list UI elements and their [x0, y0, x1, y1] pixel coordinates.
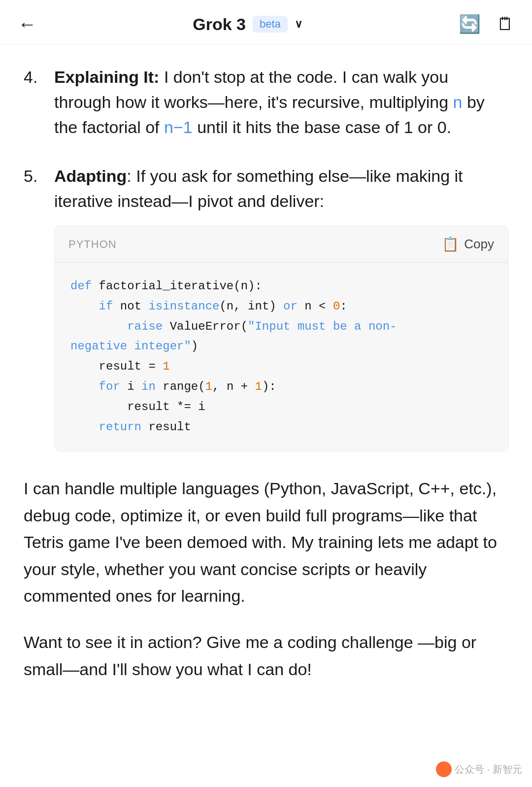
- code-line-4: negative integer"): [70, 337, 492, 357]
- code-line-7: result *= i: [70, 397, 492, 417]
- code-line-1: def factorial_iterative(n):: [70, 276, 492, 297]
- watermark-icon: [436, 761, 452, 777]
- list-item-5: 5. Adapting: If you ask for something el…: [24, 164, 508, 451]
- beta-badge: beta: [253, 16, 288, 33]
- item-5-title: Adapting: [54, 167, 127, 185]
- copy-label: Copy: [464, 237, 494, 252]
- code-line-2: if not isinstance(n, int) or n < 0:: [70, 297, 492, 317]
- code-header: PYTHON 📋 Copy: [55, 226, 508, 263]
- code-line-8: return result: [70, 417, 492, 438]
- item-5-content: Adapting: If you ask for something else—…: [54, 164, 508, 451]
- paragraph-1: I can handle multiple languages (Python,…: [24, 475, 508, 609]
- list-item-4: 4. Explaining It: I don't stop at the co…: [24, 65, 508, 140]
- app-title: Grok 3: [193, 15, 246, 34]
- code-language-label: PYTHON: [68, 236, 117, 252]
- history-icon[interactable]: 🔄: [459, 14, 481, 34]
- code-line-5: result = 1: [70, 357, 492, 377]
- watermark-label: 公众号 · 新智元: [455, 763, 522, 776]
- copy-icon: 📋: [442, 236, 459, 252]
- item-4-n: n: [453, 93, 463, 111]
- paragraph-2: Want to see it in action? Give me a codi…: [24, 629, 508, 683]
- back-button[interactable]: ←: [18, 15, 36, 34]
- header-title-group: Grok 3 beta ∨: [193, 15, 302, 34]
- paragraph-section: I can handle multiple languages (Python,…: [24, 475, 508, 683]
- share-icon[interactable]: 🗒: [497, 14, 514, 34]
- header-actions: 🔄 🗒: [459, 14, 514, 34]
- item-4-n1: n−1: [164, 118, 193, 137]
- code-line-3: raise ValueError("Input must be a non-: [70, 317, 492, 337]
- main-content: 4. Explaining It: I don't stop at the co…: [0, 45, 532, 732]
- item-5-number: 5.: [24, 164, 44, 451]
- item-4-end: until it hits the base case of 1 or 0.: [193, 118, 451, 137]
- header: ← Grok 3 beta ∨ 🔄 🗒: [0, 0, 532, 45]
- item-4-number: 4.: [24, 65, 44, 140]
- copy-button[interactable]: 📋 Copy: [442, 236, 494, 252]
- chevron-down-icon[interactable]: ∨: [295, 18, 302, 31]
- code-line-6: for i in range(1, n + 1):: [70, 377, 492, 397]
- code-block: PYTHON 📋 Copy def factorial_iterative(n)…: [54, 226, 508, 451]
- item-4-title: Explaining It:: [54, 68, 159, 86]
- item-4-content: Explaining It: I don't stop at the code.…: [54, 65, 508, 140]
- watermark: 公众号 · 新智元: [436, 761, 522, 777]
- code-body: def factorial_iterative(n): if not isins…: [55, 263, 508, 451]
